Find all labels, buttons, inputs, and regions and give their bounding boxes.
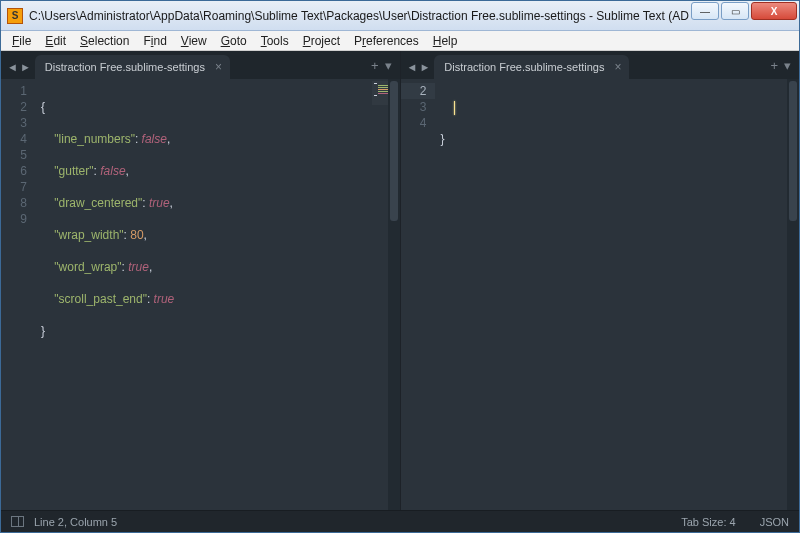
- tab-menu-icon[interactable]: ▾: [385, 58, 392, 73]
- title-bar[interactable]: S C:\Users\Administrator\AppData\Roaming…: [1, 1, 799, 31]
- app-window: S C:\Users\Administrator\AppData\Roaming…: [0, 0, 800, 533]
- tab-menu-icon[interactable]: ▾: [784, 58, 791, 73]
- line-number: 4: [401, 115, 427, 131]
- close-button[interactable]: X: [751, 2, 797, 20]
- menu-goto[interactable]: Goto: [214, 32, 254, 50]
- menu-project[interactable]: Project: [296, 32, 347, 50]
- nav-back-icon[interactable]: ◄: [7, 61, 18, 73]
- right-tab[interactable]: Distraction Free.sublime-settings ×: [434, 55, 629, 79]
- maximize-button[interactable]: ▭: [721, 2, 749, 20]
- line-number: 3: [401, 99, 427, 115]
- editor-split: ◄ ► Distraction Free.sublime-settings × …: [1, 51, 799, 510]
- line-number: 6: [1, 163, 27, 179]
- code-area[interactable]: { "line_numbers": false, "gutter": false…: [35, 79, 400, 510]
- syntax-mode[interactable]: JSON: [760, 516, 789, 528]
- line-gutter: 1 2 3 4 5 6 7 8 9: [1, 79, 35, 510]
- line-number: 2: [401, 83, 435, 99]
- right-pane: ◄ ► Distraction Free.sublime-settings × …: [401, 51, 800, 510]
- nav-forward-icon[interactable]: ►: [20, 61, 31, 73]
- menu-edit[interactable]: Edit: [38, 32, 73, 50]
- menu-bar: File Edit Selection Find View Goto Tools…: [1, 31, 799, 51]
- menu-selection[interactable]: Selection: [73, 32, 136, 50]
- tab-close-icon[interactable]: ×: [215, 60, 222, 74]
- line-number: 7: [1, 179, 27, 195]
- line-gutter: 2 3 4: [401, 79, 435, 510]
- right-tab-bar: ◄ ► Distraction Free.sublime-settings × …: [401, 51, 800, 79]
- tab-size[interactable]: Tab Size: 4: [681, 516, 735, 528]
- line-number: 4: [1, 131, 27, 147]
- line-number: 3: [1, 115, 27, 131]
- nav-back-icon[interactable]: ◄: [407, 61, 418, 73]
- vertical-scrollbar[interactable]: [787, 79, 799, 510]
- nav-forward-icon[interactable]: ►: [419, 61, 430, 73]
- window-controls: — ▭ X: [689, 2, 797, 22]
- tab-close-icon[interactable]: ×: [614, 60, 621, 74]
- line-number: 2: [1, 99, 27, 115]
- left-tab-bar: ◄ ► Distraction Free.sublime-settings × …: [1, 51, 400, 79]
- text-cursor: [454, 101, 455, 115]
- menu-find[interactable]: Find: [136, 32, 173, 50]
- line-number: 5: [1, 147, 27, 163]
- line-number: 1: [1, 83, 27, 99]
- line-number: 9: [1, 211, 27, 227]
- scrollbar-thumb[interactable]: [390, 81, 398, 221]
- nav-history: ◄ ►: [405, 61, 435, 79]
- cursor-position[interactable]: Line 2, Column 5: [34, 516, 117, 528]
- left-tab[interactable]: Distraction Free.sublime-settings ×: [35, 55, 230, 79]
- tab-title: Distraction Free.sublime-settings: [444, 61, 604, 73]
- line-number: 8: [1, 195, 27, 211]
- menu-view[interactable]: View: [174, 32, 214, 50]
- minimize-button[interactable]: —: [691, 2, 719, 20]
- menu-tools[interactable]: Tools: [254, 32, 296, 50]
- menu-help[interactable]: Help: [426, 32, 465, 50]
- new-tab-icon[interactable]: +: [770, 58, 778, 73]
- nav-history: ◄ ►: [5, 61, 35, 79]
- window-title: C:\Users\Administrator\AppData\Roaming\S…: [29, 9, 689, 23]
- menu-file[interactable]: File: [5, 32, 38, 50]
- app-icon: S: [7, 8, 23, 24]
- status-bar: Line 2, Column 5 Tab Size: 4 JSON: [1, 510, 799, 532]
- menu-preferences[interactable]: Preferences: [347, 32, 426, 50]
- left-editor[interactable]: 1 2 3 4 5 6 7 8 9 { "line_numbers": fals…: [1, 79, 400, 510]
- code-area[interactable]: }: [435, 79, 800, 510]
- new-tab-icon[interactable]: +: [371, 58, 379, 73]
- right-editor[interactable]: 2 3 4 }: [401, 79, 800, 510]
- vertical-scrollbar[interactable]: [388, 79, 400, 510]
- scrollbar-thumb[interactable]: [789, 81, 797, 221]
- left-pane: ◄ ► Distraction Free.sublime-settings × …: [1, 51, 401, 510]
- tab-title: Distraction Free.sublime-settings: [45, 61, 205, 73]
- panel-switch-icon[interactable]: [11, 516, 24, 527]
